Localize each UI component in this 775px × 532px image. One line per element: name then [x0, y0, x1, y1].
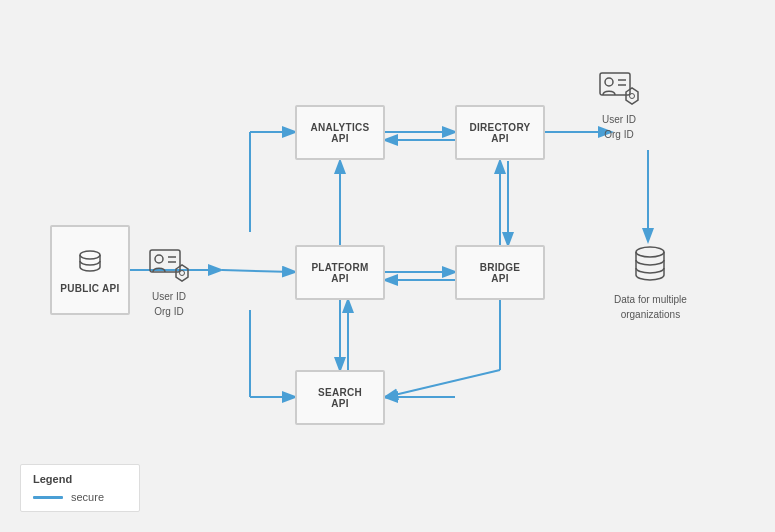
- bridge-api-box: BRIDGEAPI: [455, 245, 545, 300]
- right-database-group: Data for multipleorganizations: [614, 240, 687, 322]
- bridge-api-label: BRIDGEAPI: [480, 262, 521, 284]
- legend-secure-label: secure: [71, 491, 104, 503]
- svg-marker-25: [176, 265, 188, 281]
- right-user-icon-group: User IDOrg ID: [598, 68, 640, 142]
- database-icon: [74, 247, 106, 279]
- right-database-icon: [626, 240, 674, 288]
- svg-point-28: [605, 78, 613, 86]
- platform-api-box: PLATFORMAPI: [295, 245, 385, 300]
- directory-api-box: DIRECTORYAPI: [455, 105, 545, 160]
- diagram-container: PUBLIC API ANALYTICSAPI DIRECTORYAPI PLA…: [0, 0, 775, 532]
- right-user-label: User IDOrg ID: [602, 112, 636, 142]
- legend-title: Legend: [33, 473, 127, 485]
- svg-point-33: [636, 247, 664, 257]
- left-user-icon-group: User IDOrg ID: [148, 245, 190, 319]
- data-label: Data for multipleorganizations: [614, 292, 687, 322]
- svg-line-13: [386, 370, 500, 397]
- left-user-label: User IDOrg ID: [152, 289, 186, 319]
- svg-point-22: [155, 255, 163, 263]
- public-api-label: PUBLIC API: [60, 283, 119, 294]
- search-api-box: SEARCHAPI: [295, 370, 385, 425]
- svg-marker-31: [626, 88, 638, 104]
- directory-api-label: DIRECTORYAPI: [469, 122, 530, 144]
- analytics-api-box: ANALYTICSAPI: [295, 105, 385, 160]
- public-api-box: PUBLIC API: [50, 225, 130, 315]
- legend-box: Legend secure: [20, 464, 140, 512]
- legend-line-secure: [33, 496, 63, 499]
- search-api-label: SEARCHAPI: [318, 387, 362, 409]
- svg-point-20: [80, 251, 100, 259]
- legend-item-secure: secure: [33, 491, 127, 503]
- svg-point-26: [180, 271, 185, 276]
- svg-point-32: [630, 94, 635, 99]
- left-person-id-icon: [148, 245, 190, 287]
- right-person-id-icon: [598, 68, 640, 110]
- analytics-api-label: ANALYTICSAPI: [310, 122, 369, 144]
- svg-line-1: [222, 270, 294, 272]
- platform-api-label: PLATFORMAPI: [311, 262, 368, 284]
